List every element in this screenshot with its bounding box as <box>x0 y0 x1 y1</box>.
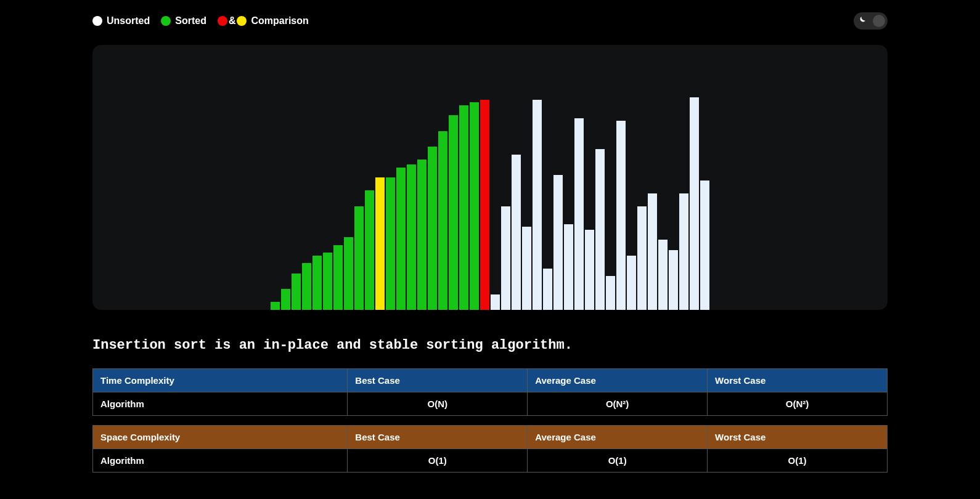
bar <box>522 227 531 310</box>
legend-label-sorted: Sorted <box>175 15 206 26</box>
time-complexity-table: Time Complexity Best Case Average Case W… <box>92 368 888 416</box>
top-bar: Unsorted Sorted & Comparison <box>92 12 888 30</box>
bar <box>616 121 626 310</box>
table-header-row: Space Complexity Best Case Average Case … <box>93 426 888 449</box>
bar <box>470 102 479 310</box>
bar <box>585 230 594 310</box>
bar <box>428 147 437 310</box>
bar <box>491 294 500 310</box>
space-header-best: Best Case <box>348 426 528 449</box>
bar <box>417 160 427 310</box>
bar <box>323 253 332 310</box>
bar <box>658 240 668 310</box>
bar <box>690 97 699 310</box>
space-header-worst: Worst Case <box>708 426 888 449</box>
bar <box>375 177 385 310</box>
bar <box>679 193 688 310</box>
bar <box>512 155 521 310</box>
bar <box>501 206 510 310</box>
bar <box>648 193 657 310</box>
sorting-chart <box>92 45 888 310</box>
legend-ampersand: & <box>229 15 236 26</box>
space-avg: O(1) <box>528 449 708 473</box>
dot-comparison-red-icon <box>218 16 227 26</box>
bar <box>292 274 301 310</box>
bar <box>354 206 364 310</box>
bar <box>281 289 290 310</box>
table-row: Algorithm O(N) O(N²) O(N²) <box>93 392 888 416</box>
legend-item-sorted: Sorted <box>161 15 206 26</box>
bar <box>627 256 636 310</box>
time-header-worst: Worst Case <box>708 369 888 392</box>
bar <box>333 245 343 310</box>
bar <box>365 190 374 310</box>
bar <box>606 276 615 310</box>
bar <box>407 164 416 310</box>
space-best: O(1) <box>348 449 528 473</box>
legend-label-comparison: Comparison <box>251 15 308 26</box>
legend-item-unsorted: Unsorted <box>92 15 150 26</box>
bar <box>302 263 311 310</box>
bar <box>543 269 552 310</box>
legend-item-comparison: & Comparison <box>218 15 309 26</box>
dot-unsorted-icon <box>92 16 102 26</box>
bar <box>637 206 647 310</box>
space-complexity-table: Space Complexity Best Case Average Case … <box>92 425 888 473</box>
bar <box>480 100 489 310</box>
table-header-row: Time Complexity Best Case Average Case W… <box>93 369 888 392</box>
space-header-avg: Average Case <box>528 426 708 449</box>
bar <box>344 237 353 310</box>
bar <box>386 177 395 310</box>
algorithm-description: Insertion sort is an in-place and stable… <box>92 338 888 353</box>
time-avg: O(N²) <box>528 392 708 416</box>
dot-comparison-yellow-icon <box>237 16 247 26</box>
time-header-avg: Average Case <box>528 369 708 392</box>
bar <box>438 131 447 310</box>
bar <box>669 250 678 310</box>
bar <box>459 105 468 310</box>
theme-toggle[interactable] <box>854 12 888 30</box>
space-worst: O(1) <box>708 449 888 473</box>
time-title: Time Complexity <box>93 369 348 392</box>
time-row-label: Algorithm <box>93 392 348 416</box>
bar <box>312 256 322 310</box>
moon-icon <box>857 15 867 27</box>
legend-label-unsorted: Unsorted <box>107 15 150 26</box>
legend: Unsorted Sorted & Comparison <box>92 15 309 26</box>
space-row-label: Algorithm <box>93 449 348 473</box>
table-row: Algorithm O(1) O(1) O(1) <box>93 449 888 473</box>
toggle-knob <box>873 15 885 27</box>
bar <box>533 100 542 310</box>
bar <box>595 149 605 310</box>
bar <box>700 181 709 310</box>
time-best: O(N) <box>348 392 528 416</box>
space-title: Space Complexity <box>93 426 348 449</box>
bar <box>449 115 458 310</box>
time-header-best: Best Case <box>348 369 528 392</box>
bar <box>271 302 280 310</box>
complexity-tables: Time Complexity Best Case Average Case W… <box>92 368 888 473</box>
bar <box>574 118 584 310</box>
time-worst: O(N²) <box>708 392 888 416</box>
bar <box>553 175 563 310</box>
bar-container <box>271 45 709 310</box>
bar <box>396 168 406 310</box>
dot-sorted-icon <box>161 16 171 26</box>
bar <box>564 224 573 310</box>
